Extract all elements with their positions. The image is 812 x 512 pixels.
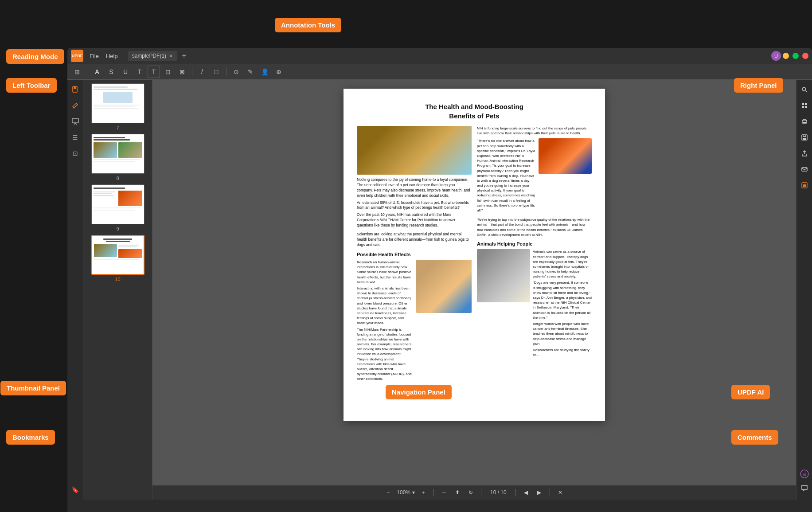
maximize-button[interactable] [792,53,799,59]
svg-rect-16 [803,184,806,185]
thumb-num-10: 10 [115,277,120,282]
menu-help[interactable]: Help [103,52,121,60]
thumbnail-10[interactable]: 10 [87,235,148,282]
tool-box[interactable]: ⊡ [162,66,174,78]
zoom-in-button[interactable]: ＋ [418,488,428,497]
svg-text:AI: AI [803,473,806,477]
svg-rect-7 [805,103,807,105]
right-icon-search[interactable] [798,83,811,96]
svg-rect-17 [803,185,806,186]
right-icon-thumbnail[interactable] [798,99,811,112]
svg-rect-8 [802,106,804,108]
left-icon-organize[interactable]: ☰ [69,131,82,144]
thumbnail-7[interactable]: 7 [87,83,148,130]
thumb-img-10 [91,235,144,275]
zoom-out-button[interactable]: － [383,488,393,497]
svg-rect-13 [803,138,806,140]
pdf-content-area[interactable]: The Health and Mood-Boosting Benefits of… [152,80,796,500]
tool-user[interactable]: 👤 [258,66,271,78]
left-icon-edit[interactable] [69,99,82,112]
svg-rect-14 [802,168,807,171]
svg-rect-2 [74,88,76,89]
tool-grid[interactable]: ⊞ [71,66,83,78]
callout-annotation-tools: Annotation Tools [275,18,341,32]
thumbnail-8[interactable]: 8 [87,134,148,181]
annotation-toolbar: ⊞ A S U T T ⊡ ⊠ / □ ⊙ ✎ 👤 ⊕ [67,64,812,80]
tool-line[interactable]: / [196,66,208,78]
thumbnail-9[interactable]: 9 [87,184,148,231]
close-nav-button[interactable]: ✕ [555,488,565,497]
print-icon [801,118,808,125]
svg-rect-3 [72,118,78,123]
tool-box2[interactable]: ⊠ [176,66,188,78]
pdf-para2: An estimated 68% of U.S. households have… [357,200,472,211]
right-sidebar: AI [796,80,812,500]
tab-close-button[interactable]: ✕ [169,53,173,59]
tab-label: samplePDF(1) [132,53,166,59]
tool-text2[interactable]: T [148,66,160,78]
prev-page-button[interactable]: ◀ [521,488,531,497]
svg-rect-9 [805,106,807,108]
tool-rect[interactable]: □ [210,66,223,78]
callout-reading-mode: Reading Mode [6,49,64,64]
pdf-right-col: NIH is funding large-scale surveys to fi… [477,126,592,383]
pdf-para3: Over the past 10 years, NIH has partnere… [357,212,472,228]
right-icon-share[interactable] [798,147,811,160]
svg-rect-6 [802,103,804,105]
tool-stamp[interactable]: ⊕ [273,66,285,78]
pdf-animals-section: Animals can serve as a source of comfort… [477,249,592,357]
close-button[interactable] [802,53,808,59]
nav-separator-4 [550,489,550,496]
right-icon-ai[interactable]: AI [798,468,811,480]
user-avatar[interactable]: U [771,51,781,61]
right-icon-save[interactable] [798,131,811,144]
fit-page-button[interactable]: ⬆ [453,488,462,497]
left-icon-annotate[interactable] [69,115,82,128]
save-icon [801,134,808,141]
left-icon-pages[interactable] [69,83,82,96]
right-icon-more[interactable] [798,179,811,192]
app-logo: UPDF [71,50,83,62]
tool-circle[interactable]: ⊙ [230,66,242,78]
pdf-health-text: Research on human-animal interactions is… [357,260,413,383]
svg-line-5 [805,91,807,93]
thumb-num-7: 7 [116,125,119,130]
callout-bookmarks: Bookmarks [6,430,55,445]
right-icon-comments[interactable] [798,484,811,496]
thumbnail-icon [801,102,808,109]
next-page-button[interactable]: ▶ [535,488,544,497]
tool-underline[interactable]: U [119,66,132,78]
right-icon-email[interactable] [798,163,811,176]
zoom-display: 100% ▾ [397,489,415,496]
svg-rect-0 [73,86,77,92]
left-icon-bookmark[interactable]: 🔖 [69,484,82,496]
left-icon-forms[interactable]: ⊡ [69,147,82,160]
nav-separator-2 [481,489,481,496]
pdf-tab[interactable]: samplePDF(1) ✕ [128,51,177,61]
right-icon-print[interactable] [798,115,811,128]
fit-width-button[interactable]: ↔ [439,488,449,497]
minimize-button[interactable] [783,53,789,59]
svg-rect-18 [803,186,806,187]
tool-highlight[interactable]: A [91,66,103,78]
pdf-cat-image [357,126,472,175]
tool-strikethrough[interactable]: S [105,66,117,78]
toolbar-sep3 [226,67,226,76]
ai-icon: AI [800,469,809,478]
tool-pen[interactable]: ✎ [244,66,257,78]
search-icon [801,86,808,93]
new-tab-button[interactable]: + [179,51,189,61]
pdf-para4: Scientists are looking at what the poten… [357,232,472,248]
tool-text[interactable]: T [133,66,146,78]
menu-file[interactable]: File [87,52,102,60]
pdf-dog-image [416,260,472,313]
pdf-para1: Nothing compares to the joy of coming ho… [357,177,472,199]
thumb-num-8: 8 [116,176,119,181]
toolbar-separator [87,67,87,76]
rotate-button[interactable]: ↻ [466,488,476,497]
left-sidebar: ☰ ⊡ 🔖 [67,80,83,500]
title-bar: UPDF File Help samplePDF(1) ✕ + U [67,48,812,64]
toolbar-sep2 [192,67,192,76]
navigation-bar: － 100% ▾ ＋ ↔ ⬆ ↻ 10 / 10 ◀ ▶ ✕ [152,485,796,500]
thumb-img-8 [91,134,144,174]
